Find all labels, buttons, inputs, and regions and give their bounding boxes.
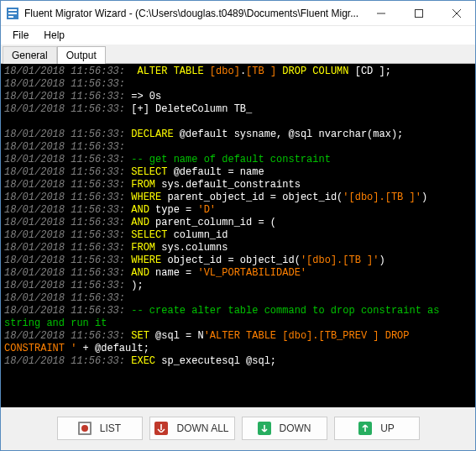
down-all-button-label: DOWN ALL <box>176 422 228 434</box>
menu-file[interactable]: File <box>6 28 35 43</box>
action-bar: LIST DOWN ALL DOWN UP <box>1 407 475 449</box>
svg-rect-1 <box>8 9 17 11</box>
menu-help[interactable]: Help <box>37 28 71 43</box>
minimize-button[interactable] <box>362 1 400 25</box>
down-button-label: DOWN <box>280 422 311 434</box>
maximize-button[interactable] <box>400 1 437 25</box>
window-title: Fluent Migrator Wizard - (C:\Users\dougl… <box>24 8 362 19</box>
list-button-label: LIST <box>100 422 121 434</box>
output-panel: 18/01/2018 11:56:33: ALTER TABLE [dbo].[… <box>1 63 475 407</box>
tab-strip: General Output <box>1 45 475 63</box>
window-controls <box>362 1 475 25</box>
down-all-button[interactable]: DOWN ALL <box>149 417 235 440</box>
down-button[interactable]: DOWN <box>242 417 327 440</box>
tab-output[interactable]: Output <box>57 46 106 64</box>
svg-rect-3 <box>8 16 13 18</box>
svg-rect-2 <box>8 13 17 14</box>
svg-rect-5 <box>415 9 422 17</box>
app-icon <box>6 7 19 20</box>
arrow-down-icon <box>258 422 271 435</box>
up-button-label: UP <box>380 422 395 434</box>
up-button[interactable]: UP <box>334 417 420 440</box>
console-output[interactable]: 18/01/2018 11:56:33: ALTER TABLE [dbo].[… <box>1 64 475 370</box>
tab-general[interactable]: General <box>3 46 57 64</box>
arrow-down-all-icon <box>154 422 168 435</box>
list-button[interactable]: LIST <box>57 417 143 440</box>
arrow-up-icon <box>358 422 372 435</box>
menu-bar: File Help <box>1 26 475 45</box>
title-bar: Fluent Migrator Wizard - (C:\Users\dougl… <box>1 1 475 26</box>
close-button[interactable] <box>437 1 475 25</box>
record-icon <box>78 422 92 435</box>
